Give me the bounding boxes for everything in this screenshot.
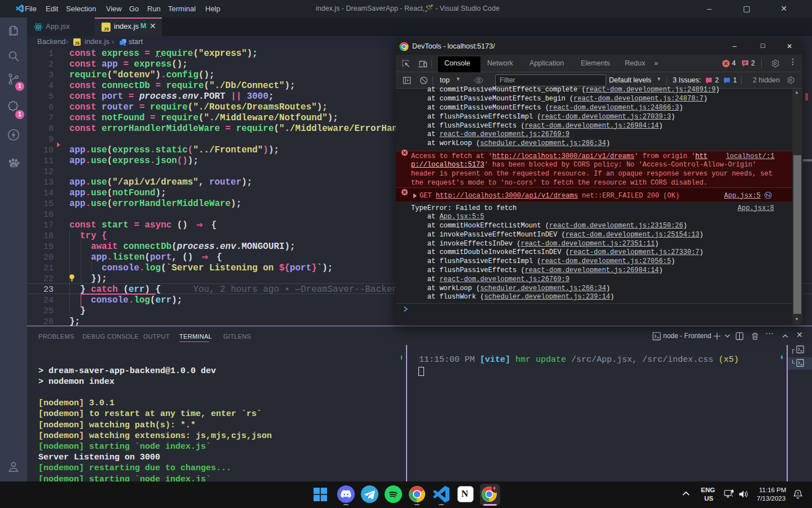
- svg-text:z: z: [797, 491, 798, 495]
